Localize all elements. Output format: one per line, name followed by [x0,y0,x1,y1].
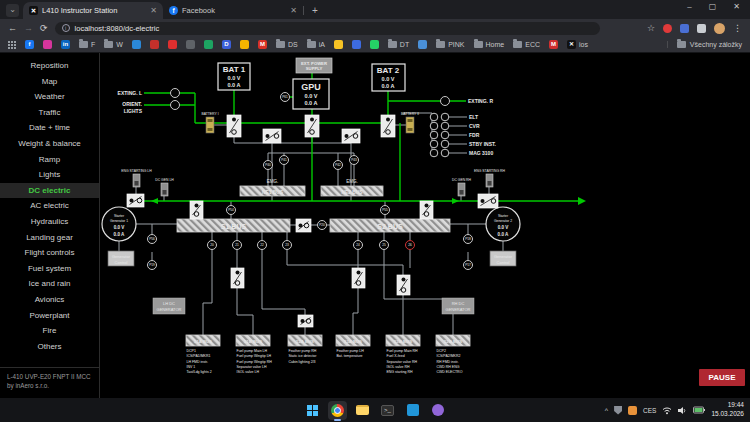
volume-icon[interactable] [678,406,687,415]
taskbar-clock[interactable]: 19:44 15.03.2026 [711,401,744,419]
sidebar-item-reposition[interactable]: Reposition [0,58,99,74]
bookmark-facebook[interactable]: f [25,40,34,49]
phone-link-tray-icon[interactable] [628,406,637,415]
sidebar-item-fuel-system[interactable]: Fuel system [0,261,99,277]
relay-contactor[interactable] [227,115,241,137]
relay-contactor[interactable] [231,268,244,288]
circuit-breaker-25[interactable]: 25 [380,241,389,250]
circuit-breaker[interactable] [441,97,450,106]
sidebar-item-fire[interactable]: Fire [0,323,99,339]
circuit-breaker-p42[interactable]: P42 [334,161,343,170]
bookmark-x-ios[interactable]: ✕ios [567,40,588,49]
circuit-breaker[interactable] [441,122,449,130]
sidebar-item-map[interactable]: Map [0,74,99,90]
sidebar-item-flight-controls[interactable]: Flight controls [0,245,99,261]
relay-contactor[interactable] [420,201,433,219]
bookmark-blue-site-3[interactable] [418,40,427,49]
relay-contactor[interactable] [190,201,203,219]
circuit-breaker[interactable] [430,149,438,157]
extension-icon-light[interactable] [697,24,706,33]
site-info-icon[interactable]: i [62,24,70,32]
tab-facebook[interactable]: f Facebook ✕ [163,2,303,19]
sidebar-item-weight-balance[interactable]: Weight & balance [0,136,99,152]
github-desktop-icon[interactable] [428,401,447,420]
bookmark-folder-w[interactable]: W [104,41,123,48]
circuit-breaker-26[interactable]: 26 [406,241,415,250]
file-explorer-icon[interactable] [353,401,372,420]
battery-2-indicator[interactable]: BAT 2 0.0 V 0.0 A [372,64,405,91]
sidebar-item-weather[interactable]: Weather [0,89,99,105]
vscode-icon[interactable] [403,401,422,420]
circuit-breaker-p19[interactable]: P19 [148,261,157,270]
bookmark-gmail[interactable]: M [258,40,267,49]
chrome-taskbar-icon[interactable] [328,401,347,420]
circuit-breaker[interactable] [430,113,438,121]
sidebar-item-dc-electric[interactable]: DC electric [0,183,99,199]
starter-generator-1[interactable]: Starter Generator 1 0.0 V 0.0 A [102,207,136,241]
bookmark-drive[interactable] [204,40,213,49]
profile-avatar[interactable] [714,23,725,34]
circuit-breaker-22[interactable]: 22 [258,241,267,250]
extension-icon-blue[interactable] [680,24,689,33]
bookmark-star-icon[interactable]: ☆ [647,24,655,33]
tab-l410-instructor-station[interactable]: ✕ L410 Instructor Station ✕ [23,2,163,19]
sidebar-item-ac-electric[interactable]: AC electric [0,198,99,214]
bookmark-whatsapp[interactable] [370,40,379,49]
bookmark-folder-ecc[interactable]: ECC [513,41,540,48]
address-bar[interactable]: i localhost:8080/dc-electric [55,22,600,35]
relay-contactor[interactable] [397,275,410,295]
relay-contactor[interactable] [263,129,281,143]
start-button[interactable] [303,401,322,420]
extension-icon-red[interactable] [663,24,672,33]
pause-button[interactable]: PAUSE [699,369,745,386]
circuit-breaker-p17[interactable]: P17 [464,261,473,270]
circuit-breaker[interactable] [430,122,438,130]
circuit-breaker[interactable] [441,140,449,148]
bookmark-folder-dt[interactable]: DT [388,41,409,48]
dc-gen-rh-switch[interactable] [458,183,465,196]
bookmark-folder-ia[interactable]: iA [307,41,325,48]
terminal-icon[interactable]: >_ [378,401,397,420]
eng-starting-rh-switch[interactable] [486,174,493,187]
bookmark-red-m[interactable]: M [549,40,558,49]
sidebar-item-powerplant[interactable]: Powerplant [0,308,99,324]
window-maximize-icon[interactable]: ▢ [709,2,717,11]
sidebar-item-others[interactable]: Others [0,339,99,355]
circuit-breaker[interactable] [171,101,180,110]
sidebar-item-avionics[interactable]: Avionics [0,292,99,308]
sidebar-item-landing-gear[interactable]: Landing gear [0,230,99,246]
circuit-breaker-23[interactable]: 23 [283,241,292,250]
back-icon[interactable]: ← [8,24,17,33]
relay-contactor[interactable] [296,219,311,232]
tray-expand-icon[interactable]: ^ [605,407,608,414]
relay-contactor[interactable] [381,115,395,137]
bookmark-linkedin[interactable]: in [61,40,70,49]
circuit-breaker-21[interactable]: 21 [233,241,242,250]
bookmark-folder-home[interactable]: Home [474,41,505,48]
circuit-breaker-20[interactable]: 20 [208,241,217,250]
circuit-breaker-p54[interactable]: P54 [227,206,236,215]
sidebar-item-date-time[interactable]: Date + time [0,120,99,136]
tab-close-icon[interactable]: ✕ [150,6,157,15]
bookmark-red-site-2[interactable] [168,40,177,49]
forward-icon[interactable]: → [24,24,33,33]
apps-grid-icon[interactable] [8,41,16,49]
bookmark-edge[interactable] [132,40,141,49]
circuit-breaker[interactable] [430,140,438,148]
menu-kebab-icon[interactable]: ⋮ [733,24,742,33]
reload-icon[interactable]: ⟳ [40,24,48,33]
keyboard-layout[interactable]: CES [643,407,656,414]
bookmark-dark-site[interactable] [186,40,195,49]
tab-search-icon[interactable]: ⌄ [6,4,19,17]
sidebar-item-ice-and-rain[interactable]: Ice and rain [0,276,99,292]
circuit-breaker[interactable] [171,89,180,98]
bookmark-folder-f[interactable]: F [79,41,95,48]
circuit-breaker-p61[interactable]: P61 [281,93,290,102]
tab-close-icon[interactable]: ✕ [290,6,297,15]
sidebar-item-traffic[interactable]: Traffic [0,105,99,121]
circuit-breaker-24[interactable]: 24 [354,241,363,250]
ext-power-supply[interactable]: EXT. POWER SUPPLY [296,58,332,73]
relay-contactor[interactable] [352,268,365,288]
relay-contactor[interactable] [298,315,313,327]
bookmark-blue-site-2[interactable] [352,40,361,49]
